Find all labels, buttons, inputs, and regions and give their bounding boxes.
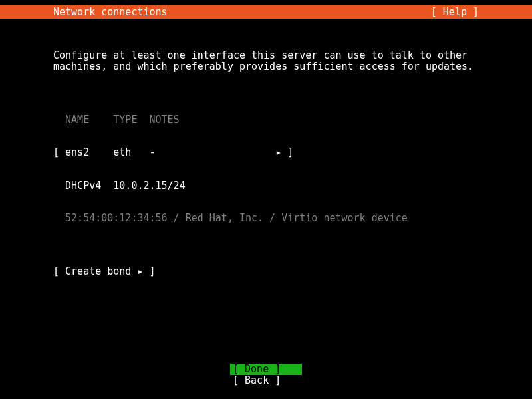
header-bar: Network connections [ Help ] <box>0 5 532 19</box>
footer-buttons: [ Done ] [ Back ] <box>0 364 532 386</box>
col-notes: NOTES <box>150 114 180 126</box>
chevron-right-icon: ▸ <box>275 146 281 158</box>
dhcp-row: DHCPv4 10.0.2.15/24 <box>53 180 479 192</box>
dhcp-address: 10.0.2.15/24 <box>113 180 185 192</box>
hardware-info: 52:54:00:12:34:56 / Red Hat, Inc. / Virt… <box>53 213 479 224</box>
iface-type: eth <box>113 146 131 158</box>
chevron-right-icon: ▸ <box>137 265 143 277</box>
create-bond-label: Create bond <box>65 265 131 277</box>
iface-notes: - <box>150 146 156 158</box>
interface-row[interactable]: [ ens2 eth - ▸ ] <box>53 147 479 158</box>
iface-name: ens2 <box>65 146 89 158</box>
table-header: NAME TYPE NOTES <box>53 114 479 126</box>
col-type: TYPE <box>113 114 137 126</box>
page-title: Network connections <box>53 7 168 18</box>
create-bond-button[interactable]: [ Create bond ▸ ] <box>53 266 479 277</box>
back-button[interactable]: [ Back ] <box>230 375 302 386</box>
col-name: NAME <box>65 114 89 126</box>
description-text: Configure at least one interface this se… <box>53 50 479 72</box>
main-content: Configure at least one interface this se… <box>0 19 532 288</box>
done-button[interactable]: [ Done ] <box>230 364 302 375</box>
dhcp-label: DHCPv4 <box>65 180 101 192</box>
help-button[interactable]: [ Help ] <box>431 7 479 18</box>
